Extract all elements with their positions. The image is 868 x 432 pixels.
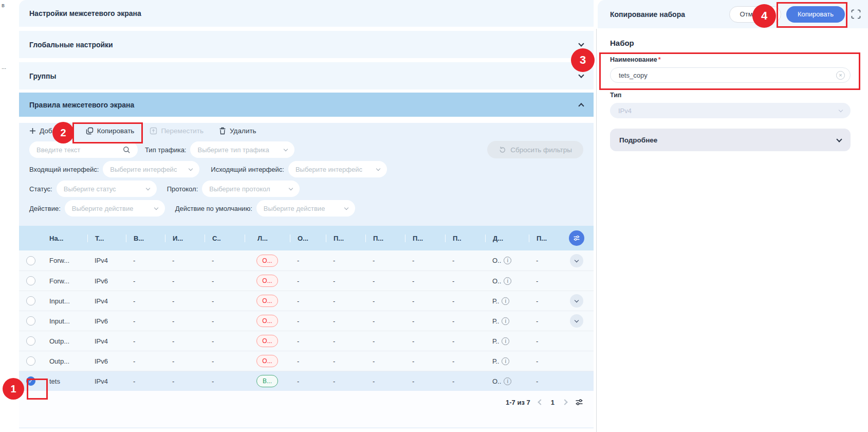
chevron-down-icon — [836, 136, 842, 142]
row-checkbox[interactable] — [26, 336, 35, 346]
column-header[interactable]: П... — [529, 235, 560, 242]
details-collapsible[interactable]: Подробнее — [610, 129, 851, 151]
add-button[interactable]: Добавить — [29, 127, 70, 135]
info-circle-icon[interactable]: i — [504, 277, 511, 285]
chevron-down-icon — [578, 41, 584, 46]
rule-cell: - — [405, 257, 445, 264]
traffic-type-select[interactable]: Выберите тип трафика — [190, 141, 294, 158]
current-page[interactable]: 1 — [551, 399, 555, 406]
rule-cell: - — [365, 277, 405, 285]
table-row[interactable]: Forw... IPv4 - - - О... - - - - - О..i - — [19, 250, 594, 271]
out-interface-select[interactable]: Выберите интерфейс — [288, 161, 387, 177]
type-select-disabled[interactable]: IPv4 — [610, 103, 851, 118]
row-checkbox[interactable] — [26, 296, 35, 305]
row-checkbox[interactable] — [26, 356, 35, 366]
column-header[interactable]: И... — [165, 235, 205, 242]
copy-submit-button[interactable]: Копировать — [786, 6, 845, 23]
section-firewall-rules[interactable]: Правила межсетевого экрана — [19, 93, 594, 117]
info-circle-icon[interactable]: i — [502, 357, 509, 365]
info-circle-icon[interactable]: i — [502, 337, 509, 345]
row-checkbox[interactable] — [26, 376, 35, 386]
rule-type: IPv4 — [87, 257, 126, 264]
reset-filters-button[interactable]: Сбросить фильтры — [487, 141, 583, 158]
column-header[interactable]: В... — [126, 235, 165, 242]
rule-cell: - — [126, 257, 165, 264]
name-input-wrap: × — [610, 67, 851, 83]
column-header[interactable]: Т... — [87, 235, 126, 242]
column-header[interactable]: П... — [365, 235, 405, 242]
type-field-label: Тип — [610, 92, 851, 99]
chevron-right-icon — [562, 399, 567, 405]
expand-row-button[interactable] — [570, 294, 583, 308]
table-row[interactable]: Forw... IPv6 - - - О... - - - - - О..i - — [19, 271, 594, 291]
column-settings-button[interactable] — [569, 230, 584, 246]
table-row[interactable]: tets IPv4 - - - В... - - - - - О..i - — [19, 371, 594, 391]
rule-cell: - — [205, 257, 245, 264]
table-row[interactable]: Outp... IPv4 - - - О... - - - - - Р..i - — [19, 331, 594, 351]
column-header[interactable]: С.. — [205, 235, 245, 242]
section-groups[interactable]: Группы — [19, 62, 594, 89]
chevron-down-icon — [189, 166, 193, 170]
delete-button[interactable]: Удалить — [219, 127, 256, 135]
cancel-button[interactable]: Отменить — [729, 6, 781, 23]
section-global-settings[interactable]: Глобальные настройки — [19, 31, 594, 58]
column-header[interactable]: П... — [326, 235, 365, 242]
info-circle-icon[interactable]: i — [502, 317, 509, 325]
search-input[interactable] — [36, 146, 119, 154]
sidebar-fragment-ellipsis[interactable]: ... — [2, 64, 6, 70]
status-badge: В... — [256, 375, 278, 387]
column-header[interactable]: П... — [405, 235, 445, 242]
rule-cell: - — [326, 337, 365, 345]
chevron-down-icon — [376, 166, 380, 170]
rule-cell: - — [126, 317, 165, 325]
column-header[interactable]: Д... — [485, 235, 529, 242]
protocol-select[interactable]: Выберите протокол — [202, 181, 300, 197]
copy-button[interactable]: Копировать — [86, 127, 135, 135]
row-checkbox[interactable] — [26, 316, 35, 326]
plus-icon — [29, 128, 36, 134]
row-checkbox[interactable] — [26, 256, 35, 265]
action-select[interactable]: Выберите действие — [65, 200, 165, 217]
rule-cell: - — [205, 317, 245, 325]
page-title: Настройки межсетевого экрана — [29, 9, 141, 17]
status-select[interactable]: Выберите статус — [57, 181, 157, 197]
info-circle-icon[interactable]: i — [502, 297, 509, 305]
info-circle-icon[interactable]: i — [504, 257, 511, 264]
clear-input-icon[interactable]: × — [836, 71, 845, 80]
in-interface-label: Входящий интерфейс: — [29, 166, 99, 173]
next-page-button[interactable] — [563, 400, 567, 404]
chevron-left-icon — [538, 399, 543, 405]
fullscreen-button[interactable] — [851, 9, 861, 19]
column-header[interactable]: Л... — [245, 235, 290, 242]
expand-row-button[interactable] — [570, 314, 583, 328]
column-header[interactable]: О... — [290, 235, 326, 242]
sidebar-fragment[interactable]: в — [2, 2, 5, 8]
table-row[interactable]: Outp... IPv6 - - - О... - - - - - Р..i - — [19, 351, 594, 371]
copy-set-header: Копирование набора Отменить Копировать — [598, 0, 868, 28]
info-circle-icon[interactable]: i — [504, 377, 511, 385]
table-row[interactable]: Input... IPv6 - - - О... - - - - - Р..i … — [19, 311, 594, 331]
copy-set-panel: Копирование набора Отменить Копировать Н… — [598, 0, 868, 432]
default-action-select[interactable]: Выберите действие — [256, 200, 355, 217]
rule-cell: - — [205, 377, 245, 385]
prev-page-button[interactable] — [539, 400, 543, 404]
rule-cell: - — [290, 257, 326, 264]
table-row[interactable]: Input... IPv4 - - - О... - - - - - Р..i … — [19, 291, 594, 311]
row-checkbox[interactable] — [26, 276, 35, 285]
move-button[interactable]: Переместить — [150, 127, 204, 135]
fullscreen-corners-icon — [851, 9, 861, 19]
page-size-button[interactable] — [575, 398, 583, 406]
column-header[interactable]: П.. — [445, 235, 485, 242]
in-interface-select[interactable]: Выберите интерфейс — [103, 161, 199, 177]
rule-cell: - — [165, 337, 205, 345]
rule-cell: - — [205, 357, 245, 365]
name-input[interactable] — [619, 71, 836, 79]
copy-icon — [86, 127, 94, 135]
expand-row-button[interactable] — [570, 254, 583, 267]
rule-cell: - — [165, 277, 205, 285]
rule-name: Forw... — [42, 277, 87, 285]
rule-cell: - — [290, 377, 326, 385]
rule-cell: - — [126, 277, 165, 285]
rule-cell: - — [126, 337, 165, 345]
column-header[interactable]: На... — [42, 235, 87, 242]
